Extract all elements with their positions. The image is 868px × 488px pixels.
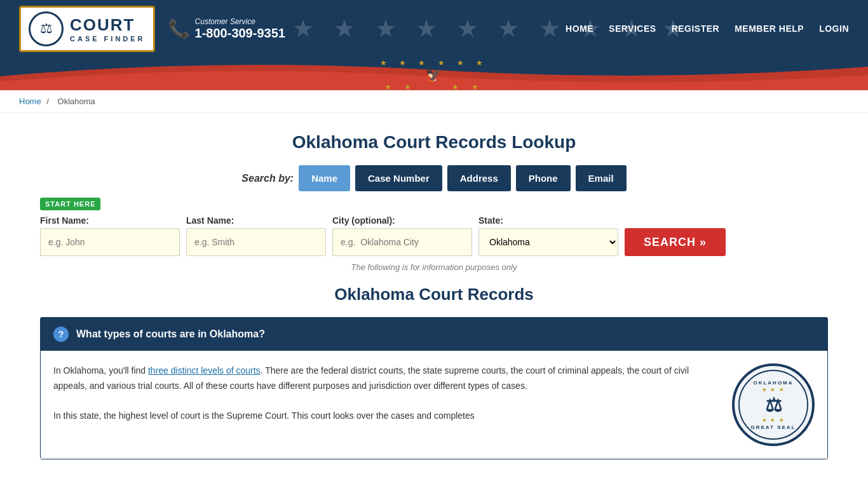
faq-text: In Oklahoma, you'll find three distinct … xyxy=(53,363,719,424)
first-name-group: First Name: xyxy=(40,215,180,256)
search-form: First Name: Last Name: City (optional): … xyxy=(40,215,828,256)
nav-register[interactable]: REGISTER xyxy=(672,24,720,34)
breadcrumb-current: Oklahoma xyxy=(58,97,95,106)
breadcrumb-separator: / xyxy=(46,97,49,106)
last-name-group: Last Name: xyxy=(186,215,326,256)
eagle-decoration: ★ ★ ★ ★ ★ ★ 🦅 ★ ★ ★ ★ xyxy=(380,58,489,90)
cs-label: Customer Service xyxy=(195,17,285,26)
search-by-row: Search by: Name Case Number Address Phon… xyxy=(40,165,828,191)
tab-case-number[interactable]: Case Number xyxy=(355,165,442,191)
state-label: State: xyxy=(478,215,618,226)
oklahoma-seal: OKLAHOMA ★ ★ ★ ⚖ ★ ★ ★ GREAT SEAL xyxy=(732,363,815,446)
logo-court-text: COURT xyxy=(70,15,146,35)
seal-icon: ⚖ xyxy=(765,394,782,416)
main-content: Oklahoma Court Records Lookup Search by:… xyxy=(21,113,847,472)
last-name-input[interactable] xyxy=(186,228,326,256)
seal-stars-bottom: ★ ★ ★ xyxy=(762,417,784,423)
faq-body: In Oklahoma, you'll find three distinct … xyxy=(41,351,827,459)
header-left: ⚖ COURT CASE FINDER 📞 Customer Service 1… xyxy=(19,6,285,52)
tab-name[interactable]: Name xyxy=(299,165,350,191)
logo[interactable]: ⚖ COURT CASE FINDER xyxy=(19,6,155,52)
faq-question: What types of courts are in Oklahoma? xyxy=(76,329,265,340)
seal-stars: ★ ★ ★ xyxy=(762,387,784,393)
faq-para2: In this state, the highest level of cour… xyxy=(53,409,719,424)
state-group: State: Oklahoma xyxy=(478,215,618,256)
seal-inner: OKLAHOMA ★ ★ ★ ⚖ ★ ★ ★ GREAT SEAL xyxy=(738,370,808,440)
first-name-label: First Name: xyxy=(40,215,180,226)
faq-item: ? What types of courts are in Oklahoma? … xyxy=(40,317,828,459)
city-label: City (optional): xyxy=(332,215,472,226)
main-nav: HOME SERVICES REGISTER MEMBER HELP LOGIN xyxy=(566,24,849,34)
cs-info: Customer Service 1-800-309-9351 xyxy=(195,17,285,41)
site-header: ⚖ COURT CASE FINDER 📞 Customer Service 1… xyxy=(0,0,868,57)
city-group: City (optional): xyxy=(332,215,472,256)
search-button[interactable]: SEARCH » xyxy=(625,228,726,256)
start-here-badge: START HERE xyxy=(40,198,828,215)
nav-home[interactable]: HOME xyxy=(566,24,593,34)
phone-icon: 📞 xyxy=(168,18,190,39)
eagle-icon: 🦅 xyxy=(426,67,442,83)
customer-service: 📞 Customer Service 1-800-309-9351 xyxy=(168,17,285,41)
faq-para1: In Oklahoma, you'll find three distinct … xyxy=(53,363,719,394)
faq-link[interactable]: three distinct levels of courts xyxy=(148,365,261,376)
breadcrumb-home[interactable]: Home xyxy=(19,97,41,106)
eagle-stars: ★ ★ ★ ★ ★ ★ xyxy=(380,58,489,67)
section-title: Oklahoma Court Records xyxy=(40,285,828,304)
tab-phone[interactable]: Phone xyxy=(516,165,571,191)
last-name-label: Last Name: xyxy=(186,215,326,226)
info-note: The following is for information purpose… xyxy=(40,262,828,272)
eagle-stars-bottom: ★ ★ ★ ★ xyxy=(384,83,483,90)
red-wave-banner: ★ ★ ★ ★ ★ ★ 🦅 ★ ★ ★ ★ xyxy=(0,57,868,90)
first-name-input[interactable] xyxy=(40,228,180,256)
logo-case-finder-text: CASE FINDER xyxy=(70,35,146,43)
page-title: Oklahoma Court Records Lookup xyxy=(40,132,828,152)
logo-text: COURT CASE FINDER xyxy=(70,15,146,43)
faq-icon: ? xyxy=(53,327,69,342)
tab-address[interactable]: Address xyxy=(447,165,511,191)
nav-login[interactable]: LOGIN xyxy=(819,24,849,34)
faq-header[interactable]: ? What types of courts are in Oklahoma? xyxy=(41,318,827,351)
breadcrumb: Home / Oklahoma xyxy=(0,90,868,113)
state-select[interactable]: Oklahoma xyxy=(478,228,618,256)
logo-emblem: ⚖ xyxy=(29,11,64,46)
nav-services[interactable]: SERVICES xyxy=(609,24,656,34)
city-input[interactable] xyxy=(332,228,472,256)
nav-member-help[interactable]: MEMBER HELP xyxy=(735,24,804,34)
cs-phone: 1-800-309-9351 xyxy=(195,26,285,41)
tab-email[interactable]: Email xyxy=(576,165,627,191)
seal-text-top: OKLAHOMA xyxy=(753,380,793,386)
search-by-label: Search by: xyxy=(241,173,294,184)
